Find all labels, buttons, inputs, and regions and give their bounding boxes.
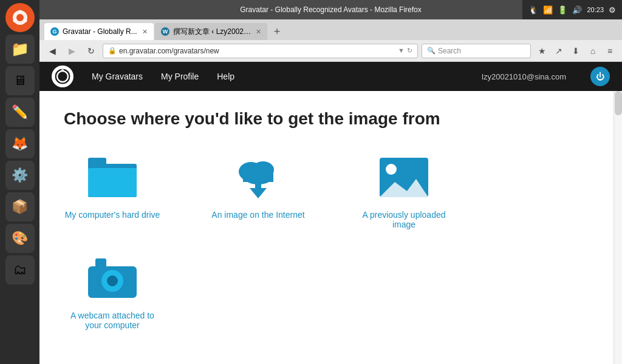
tab-close-gravatar[interactable]: ✕	[142, 28, 148, 36]
title-bar: 🐧 📶 🔋 🔊 20:23 ⚙ Gravatar - Globally Reco…	[39, 0, 622, 19]
url-secure-icon: 🔒	[108, 47, 117, 55]
url-refresh-icon[interactable]: ↻	[407, 47, 412, 55]
tab-favicon-wordpress: W	[161, 27, 169, 36]
virtualbox-icon[interactable]: 🖥	[5, 66, 35, 95]
tab-wordpress[interactable]: W 撰写新文章 ‹ Lzy20021О... ✕	[155, 23, 267, 40]
svg-point-4	[13, 19, 16, 22]
photo-icon-container	[377, 153, 431, 201]
svg-marker-14	[380, 179, 428, 197]
search-bar[interactable]: 🔍 Search	[422, 44, 531, 58]
reload-button[interactable]: ↻	[83, 43, 99, 59]
linux-tray-icon: 🐧	[528, 5, 538, 15]
misc-icon2[interactable]: 🎨	[5, 224, 35, 253]
options-grid: My computer's hard drive	[64, 153, 598, 330]
home-icon[interactable]: ⌂	[586, 44, 600, 58]
option-webcam[interactable]: A webcam attached to your computer	[64, 254, 161, 330]
svg-point-7	[61, 69, 64, 72]
nav-link-my-profile[interactable]: My Profile	[161, 72, 199, 81]
gravatar-user-email: lzy20021010@sina.com	[482, 72, 566, 81]
share-icon[interactable]: ↗	[552, 44, 566, 58]
nav-link-help[interactable]: Help	[217, 72, 234, 81]
tab-favicon-gravatar: G	[50, 27, 59, 36]
browser-menu-icon[interactable]: ≡	[603, 44, 617, 58]
wifi-tray-icon: 📶	[543, 5, 553, 15]
gravatar-logo[interactable]	[52, 66, 73, 87]
scroll-thumb[interactable]	[615, 91, 622, 115]
system-settings-icon[interactable]: ⚙	[609, 5, 616, 15]
volume-tray-icon: 🔊	[572, 5, 582, 15]
photo-icon	[380, 158, 428, 197]
gravatar-nav: My Gravatars My Profile Help lzy20021010…	[39, 62, 622, 91]
misc-icon1[interactable]: 📦	[5, 192, 35, 221]
tab-label-gravatar: Gravatar - Globally R...	[63, 27, 137, 36]
camera-lens-outer	[101, 270, 123, 292]
folder-front	[88, 168, 137, 197]
nav-bar: ◀ ▶ ↻ 🔒 en.gravatar.com/gravatars/new ▼ …	[39, 40, 622, 62]
bookmark-icon[interactable]: ★	[535, 44, 549, 58]
folder-tab	[88, 158, 106, 166]
scrollbar[interactable]	[613, 91, 622, 364]
cloud-icon-container	[231, 153, 285, 201]
search-magnifier-icon: 🔍	[427, 47, 436, 55]
webcam-link[interactable]: A webcam attached to your computer	[64, 311, 161, 330]
settings-icon[interactable]: ⚙️	[5, 161, 35, 190]
svg-marker-13	[250, 188, 267, 198]
ubuntu-button[interactable]	[5, 3, 35, 32]
power-icon: ⏻	[596, 72, 604, 81]
cloud-download-icon	[233, 155, 284, 200]
option-hard-drive[interactable]: My computer's hard drive	[64, 153, 161, 229]
gedit-icon[interactable]: ✏️	[5, 98, 35, 127]
tab-bar: G Gravatar - Globally R... ✕ W 撰写新文章 ‹ L…	[39, 19, 622, 40]
svg-point-1	[16, 14, 24, 21]
browser-window: 🐧 📶 🔋 🔊 20:23 ⚙ Gravatar - Globally Reco…	[39, 0, 622, 364]
url-bar[interactable]: 🔒 en.gravatar.com/gravatars/new ▼ ↻	[103, 44, 418, 58]
firefox-icon[interactable]: 🦊	[5, 129, 35, 158]
photo-mountain-icon	[380, 173, 428, 197]
url-dropdown-icon[interactable]: ▼	[398, 47, 405, 55]
camera-icon	[88, 258, 137, 298]
misc-icon3[interactable]: 🗂	[5, 255, 35, 285]
tab-close-wordpress[interactable]: ✕	[256, 28, 261, 36]
back-button[interactable]: ◀	[44, 43, 60, 59]
tab-label-wordpress: 撰写新文章 ‹ Lzy20021О...	[173, 27, 252, 37]
option-previously-uploaded[interactable]: A previously uploaded image	[355, 153, 453, 229]
folder-icon	[88, 158, 137, 197]
tab-gravatar[interactable]: G Gravatar - Globally R... ✕	[44, 23, 154, 40]
search-placeholder: Search	[438, 47, 461, 55]
download-icon[interactable]: ⬇	[569, 44, 583, 58]
camera-body	[88, 266, 137, 298]
svg-point-2	[18, 10, 21, 13]
taskbar-left: 📁 🖥 ✏️ 🦊 ⚙️ 📦 🎨 🗂	[0, 0, 39, 364]
svg-point-3	[24, 19, 27, 22]
new-tab-button[interactable]: +	[268, 23, 285, 40]
main-content: Choose where you'd like to get the image…	[39, 91, 622, 364]
hard-drive-icon-container	[85, 153, 140, 201]
browser-menu-icons: ★ ↗ ⬇ ⌂ ≡	[535, 44, 617, 58]
url-text: en.gravatar.com/gravatars/new	[119, 47, 219, 55]
files-icon[interactable]: 📁	[5, 35, 35, 64]
previously-uploaded-link[interactable]: A previously uploaded image	[355, 210, 453, 229]
system-tray: 🐧 📶 🔋 🔊 20:23 ⚙	[522, 0, 622, 19]
hard-drive-link[interactable]: My computer's hard drive	[65, 210, 160, 220]
url-actions: ▼ ↻	[398, 47, 412, 55]
forward-button[interactable]: ▶	[64, 43, 80, 59]
option-internet[interactable]: An image on the Internet	[210, 153, 307, 229]
internet-link[interactable]: An image on the Internet	[211, 210, 304, 220]
page-heading: Choose where you'd like to get the image…	[64, 109, 598, 129]
camera-lens-inner	[106, 274, 119, 288]
battery-tray-icon: 🔋	[558, 5, 567, 15]
nav-link-my-gravatars[interactable]: My Gravatars	[92, 72, 143, 81]
system-time: 20:23	[587, 6, 604, 13]
gravatar-power-button[interactable]: ⏻	[590, 67, 610, 86]
camera-icon-container	[85, 254, 140, 302]
camera-tab	[95, 258, 106, 267]
